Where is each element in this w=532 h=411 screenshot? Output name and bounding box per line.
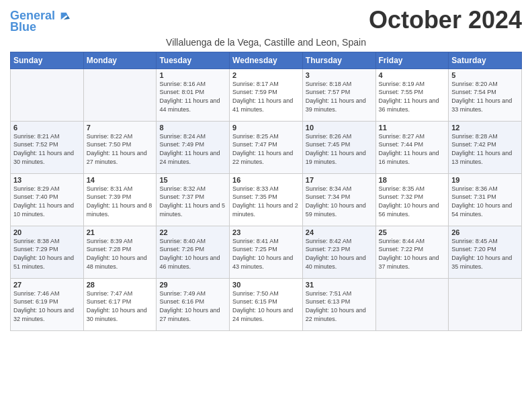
- calendar-cell: 29Sunrise: 7:49 AMSunset: 6:16 PMDayligh…: [157, 278, 230, 330]
- day-number: 26: [451, 228, 519, 236]
- day-info: Sunrise: 8:35 AMSunset: 7:32 PMDaylight:…: [379, 185, 446, 218]
- day-info: Sunrise: 7:47 AMSunset: 6:17 PMDaylight:…: [87, 289, 154, 323]
- day-info: Sunrise: 8:44 AMSunset: 7:22 PMDaylight:…: [379, 237, 446, 271]
- day-info: Sunrise: 8:28 AMSunset: 7:42 PMDaylight:…: [451, 132, 519, 166]
- day-info: Sunrise: 8:29 AMSunset: 7:40 PMDaylight:…: [13, 185, 81, 218]
- day-info: Sunrise: 8:21 AMSunset: 7:52 PMDaylight:…: [13, 132, 81, 166]
- page-container: General Blue October 2024 Villaluenga de…: [0, 0, 532, 338]
- day-number: 22: [159, 228, 226, 236]
- day-info: Sunrise: 8:34 AMSunset: 7:34 PMDaylight:…: [306, 185, 373, 218]
- logo-icon: [56, 9, 70, 23]
- day-number: 30: [232, 281, 300, 289]
- day-number: 9: [232, 124, 300, 132]
- weekday-header-monday: Monday: [83, 52, 157, 68]
- day-number: 23: [232, 228, 300, 236]
- day-info: Sunrise: 8:18 AMSunset: 7:57 PMDaylight:…: [306, 80, 373, 113]
- calendar-cell: 26Sunrise: 8:45 AMSunset: 7:20 PMDayligh…: [449, 226, 522, 278]
- calendar-cell: 5Sunrise: 8:20 AMSunset: 7:54 PMDaylight…: [449, 68, 522, 121]
- day-number: 8: [159, 124, 226, 132]
- day-number: 21: [87, 228, 154, 236]
- day-number: 18: [379, 176, 446, 184]
- day-info: Sunrise: 8:25 AMSunset: 7:47 PMDaylight:…: [232, 132, 300, 166]
- day-number: 28: [87, 281, 154, 289]
- day-info: Sunrise: 7:51 AMSunset: 6:13 PMDaylight:…: [306, 289, 373, 323]
- calendar-cell: 17Sunrise: 8:34 AMSunset: 7:34 PMDayligh…: [302, 173, 375, 226]
- day-info: Sunrise: 8:39 AMSunset: 7:28 PMDaylight:…: [87, 237, 154, 271]
- day-info: Sunrise: 8:20 AMSunset: 7:54 PMDaylight:…: [451, 80, 519, 113]
- calendar-week-4: 20Sunrise: 8:38 AMSunset: 7:29 PMDayligh…: [11, 226, 522, 278]
- day-info: Sunrise: 8:22 AMSunset: 7:50 PMDaylight:…: [87, 132, 154, 166]
- day-number: 11: [379, 124, 446, 132]
- day-number: 7: [87, 124, 154, 132]
- day-number: 13: [13, 176, 81, 184]
- calendar-cell: 22Sunrise: 8:40 AMSunset: 7:26 PMDayligh…: [157, 226, 230, 278]
- calendar-cell: 1Sunrise: 8:16 AMSunset: 8:01 PMDaylight…: [157, 68, 230, 121]
- title-block: October 2024: [369, 7, 522, 34]
- day-number: 24: [306, 228, 373, 236]
- day-number: 17: [306, 176, 373, 184]
- calendar-cell: 30Sunrise: 7:50 AMSunset: 6:15 PMDayligh…: [230, 278, 303, 330]
- calendar-cell: 7Sunrise: 8:22 AMSunset: 7:50 PMDaylight…: [83, 121, 157, 173]
- day-number: 10: [306, 124, 373, 132]
- calendar-cell: 8Sunrise: 8:24 AMSunset: 7:49 PMDaylight…: [157, 121, 230, 173]
- calendar-cell: 20Sunrise: 8:38 AMSunset: 7:29 PMDayligh…: [11, 226, 84, 278]
- day-number: 1: [159, 71, 226, 79]
- calendar-cell: 31Sunrise: 7:51 AMSunset: 6:13 PMDayligh…: [302, 278, 375, 330]
- day-info: Sunrise: 8:26 AMSunset: 7:45 PMDaylight:…: [306, 132, 373, 166]
- day-info: Sunrise: 8:41 AMSunset: 7:25 PMDaylight:…: [232, 237, 300, 271]
- calendar-cell: 19Sunrise: 8:36 AMSunset: 7:31 PMDayligh…: [449, 173, 522, 226]
- calendar-cell: 25Sunrise: 8:44 AMSunset: 7:22 PMDayligh…: [375, 226, 449, 278]
- day-info: Sunrise: 8:33 AMSunset: 7:35 PMDaylight:…: [232, 185, 300, 218]
- calendar-cell: 4Sunrise: 8:19 AMSunset: 7:55 PMDaylight…: [375, 68, 449, 121]
- calendar-cell: 12Sunrise: 8:28 AMSunset: 7:42 PMDayligh…: [449, 121, 522, 173]
- day-number: 14: [87, 176, 154, 184]
- weekday-header-sunday: Sunday: [11, 52, 84, 68]
- calendar-cell: 9Sunrise: 8:25 AMSunset: 7:47 PMDaylight…: [230, 121, 303, 173]
- day-info: Sunrise: 8:40 AMSunset: 7:26 PMDaylight:…: [159, 237, 226, 271]
- weekday-header-thursday: Thursday: [302, 52, 375, 68]
- calendar-cell: 28Sunrise: 7:47 AMSunset: 6:17 PMDayligh…: [83, 278, 157, 330]
- day-number: 12: [451, 124, 519, 132]
- day-info: Sunrise: 8:32 AMSunset: 7:37 PMDaylight:…: [159, 185, 226, 218]
- calendar-cell: 24Sunrise: 8:42 AMSunset: 7:23 PMDayligh…: [302, 226, 375, 278]
- day-number: 20: [13, 228, 81, 236]
- day-number: 25: [379, 228, 446, 236]
- calendar-cell: 11Sunrise: 8:27 AMSunset: 7:44 PMDayligh…: [375, 121, 449, 173]
- weekday-header-wednesday: Wednesday: [230, 52, 303, 68]
- day-number: 4: [379, 71, 446, 79]
- day-info: Sunrise: 8:45 AMSunset: 7:20 PMDaylight:…: [451, 237, 519, 271]
- location-subtitle: Villaluenga de la Vega, Castille and Leo…: [10, 37, 522, 48]
- day-info: Sunrise: 8:24 AMSunset: 7:49 PMDaylight:…: [159, 132, 226, 166]
- calendar-cell: 13Sunrise: 8:29 AMSunset: 7:40 PMDayligh…: [11, 173, 84, 226]
- calendar-cell: 21Sunrise: 8:39 AMSunset: 7:28 PMDayligh…: [83, 226, 157, 278]
- calendar-week-1: 1Sunrise: 8:16 AMSunset: 8:01 PMDaylight…: [11, 68, 522, 121]
- logo: General Blue: [10, 9, 70, 34]
- day-number: 31: [306, 281, 373, 289]
- weekday-header-tuesday: Tuesday: [157, 52, 230, 68]
- calendar-cell: 2Sunrise: 8:17 AMSunset: 7:59 PMDaylight…: [230, 68, 303, 121]
- calendar-cell: 16Sunrise: 8:33 AMSunset: 7:35 PMDayligh…: [230, 173, 303, 226]
- calendar-table: SundayMondayTuesdayWednesdayThursdayFrid…: [10, 52, 522, 331]
- calendar-cell: 14Sunrise: 8:31 AMSunset: 7:39 PMDayligh…: [83, 173, 157, 226]
- day-info: Sunrise: 8:16 AMSunset: 8:01 PMDaylight:…: [159, 80, 226, 113]
- day-info: Sunrise: 7:46 AMSunset: 6:19 PMDaylight:…: [13, 289, 81, 323]
- calendar-cell: 23Sunrise: 8:41 AMSunset: 7:25 PMDayligh…: [230, 226, 303, 278]
- day-number: 3: [306, 71, 373, 79]
- day-info: Sunrise: 8:36 AMSunset: 7:31 PMDaylight:…: [451, 185, 519, 218]
- day-info: Sunrise: 7:49 AMSunset: 6:16 PMDaylight:…: [159, 289, 226, 323]
- header: General Blue October 2024: [10, 7, 522, 34]
- weekday-header-row: SundayMondayTuesdayWednesdayThursdayFrid…: [11, 52, 522, 68]
- day-info: Sunrise: 8:31 AMSunset: 7:39 PMDaylight:…: [87, 185, 154, 218]
- calendar-cell: [375, 278, 449, 330]
- calendar-cell: 3Sunrise: 8:18 AMSunset: 7:57 PMDaylight…: [302, 68, 375, 121]
- day-info: Sunrise: 8:38 AMSunset: 7:29 PMDaylight:…: [13, 237, 81, 271]
- day-number: 29: [159, 281, 226, 289]
- calendar-cell: [11, 68, 84, 121]
- calendar-cell: 18Sunrise: 8:35 AMSunset: 7:32 PMDayligh…: [375, 173, 449, 226]
- day-number: 6: [13, 124, 81, 132]
- calendar-cell: [449, 278, 522, 330]
- day-number: 19: [451, 176, 519, 184]
- day-number: 2: [232, 71, 300, 79]
- day-number: 5: [451, 71, 519, 79]
- month-title: October 2024: [369, 7, 522, 34]
